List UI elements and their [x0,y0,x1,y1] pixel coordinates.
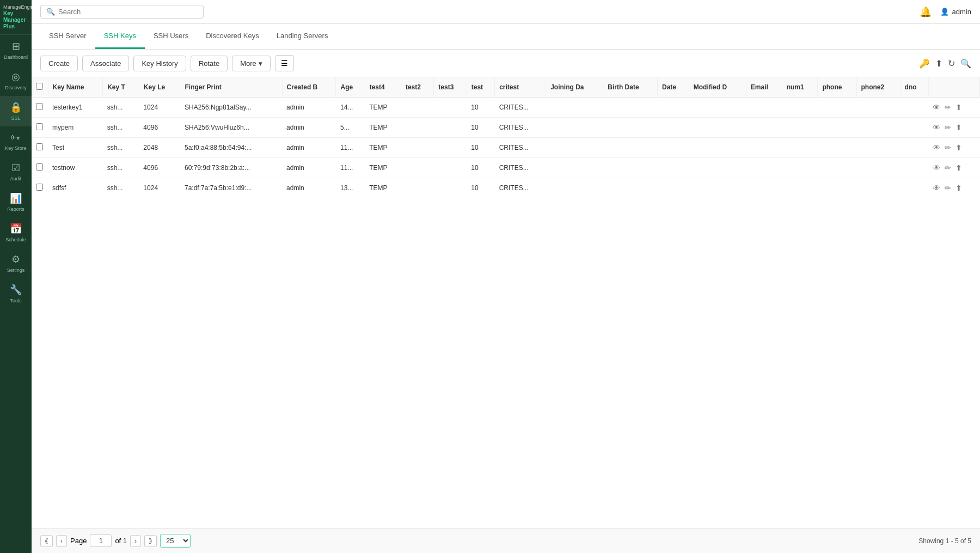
showing-text: Showing 1 - 5 of 5 [918,537,971,545]
col-key-length: Key Le [139,77,180,98]
cell-created-by-3: admin [282,158,336,178]
row-checkbox[interactable] [36,184,43,191]
cell-phone2-1 [856,118,900,138]
cell-fingerprint-1: SHA256:VwuHluz6h... [180,118,282,138]
edit-icon-1[interactable]: ✏ [945,123,951,132]
main-content: 🔍 🔔 👤 admin SSH Server SSH Keys SSH User… [32,0,980,553]
export-row-icon-3[interactable]: ⬆ [955,163,962,172]
key-icon[interactable]: 🔑 [919,58,930,69]
cell-fingerprint-4: 7a:df:7a:7a:5b:e1:d9:... [180,178,282,198]
search-input[interactable] [58,8,198,16]
edit-icon-0[interactable]: ✏ [945,103,951,112]
header-right: 🔔 👤 admin [920,6,971,18]
rotate-button[interactable]: Rotate [191,56,228,71]
prev-page-button[interactable]: ‹ [56,535,67,547]
tab-ssh-server[interactable]: SSH Server [40,24,95,49]
sidebar-item-reports[interactable]: 📊 Reports [0,187,32,217]
cell-fingerprint-0: SHA256:Ngp81alSay... [180,98,282,118]
cell-email-2 [746,138,782,158]
view-icon-4[interactable]: 👁 [933,184,940,192]
view-icon-2[interactable]: 👁 [933,143,940,152]
cell-phone2-2 [856,138,900,158]
cell-critest-2: CRITES... [495,138,546,158]
cell-num1-2 [782,138,818,158]
cell-fingerprint-2: 5a:f0:a4:88:5b:64:94:... [180,138,282,158]
edit-icon-4[interactable]: ✏ [945,184,951,192]
export-row-icon-1[interactable]: ⬆ [955,123,962,132]
sidebar: ManageEngine Key Manager Plus ⊞ Dashboar… [0,0,32,553]
page-number-input[interactable] [90,534,112,547]
more-button[interactable]: More ▾ [232,56,271,71]
row-checkbox[interactable] [36,143,43,150]
cell-email-3 [746,158,782,178]
sidebar-item-dashboard[interactable]: ⊞ Dashboard [0,35,32,65]
export-row-icon-2[interactable]: ⬆ [955,143,962,152]
cell-joining-date-1 [546,118,603,138]
cell-test4-4: TEMP [365,178,401,198]
select-all-checkbox[interactable] [36,83,43,90]
cell-test3-2 [434,138,467,158]
search-bar[interactable]: 🔍 [40,5,204,19]
view-icon-0[interactable]: 👁 [933,103,940,112]
refresh-icon[interactable]: ↻ [948,58,955,69]
page-size-select[interactable]: 25 50 100 [160,534,191,548]
column-search-icon[interactable]: 🔍 [960,58,971,69]
edit-icon-3[interactable]: ✏ [945,163,951,172]
tab-ssh-keys[interactable]: SSH Keys [95,24,145,49]
sidebar-item-ssl[interactable]: 🔒 SSL [0,96,32,126]
grid-view-button[interactable]: ☰ [275,55,294,71]
associate-button[interactable]: Associate [82,56,129,71]
export-row-icon-0[interactable]: ⬆ [955,103,962,112]
first-page-button[interactable]: ⟪ [40,535,53,547]
tab-landing-servers[interactable]: Landing Servers [268,24,337,49]
export-row-icon-4[interactable]: ⬆ [955,184,962,192]
row-checkbox[interactable] [36,103,43,110]
create-button[interactable]: Create [40,56,78,71]
cell-birth-date-0 [603,98,658,118]
cell-created-by-4: admin [282,178,336,198]
next-page-button[interactable]: › [130,535,141,547]
sidebar-item-tools[interactable]: 🔧 Tools [0,278,32,309]
col-modified-date: Modified D [689,77,746,98]
cell-age-4: 13... [336,178,365,198]
edit-icon-2[interactable]: ✏ [945,143,951,152]
cell-modified-date-2 [689,138,746,158]
keys-table: Key Name Key T Key Le Finger Print Creat… [32,77,980,198]
notifications-icon[interactable]: 🔔 [920,6,932,18]
tab-ssh-users[interactable]: SSH Users [145,24,197,49]
table-header-row: Key Name Key T Key Le Finger Print Creat… [32,77,980,98]
dashboard-icon: ⊞ [12,40,20,52]
last-page-button[interactable]: ⟫ [144,535,157,547]
sidebar-item-settings[interactable]: ⚙ Settings [0,248,32,278]
settings-icon: ⚙ [11,253,20,265]
tabs-bar: SSH Server SSH Keys SSH Users Discovered… [32,24,980,50]
view-icon-3[interactable]: 👁 [933,163,940,172]
view-icon-1[interactable]: 👁 [933,123,940,132]
sidebar-item-schedule[interactable]: 📅 Schedule [0,217,32,248]
cell-test2-2 [401,138,433,158]
col-date: Date [658,77,689,98]
cell-birth-date-4 [603,178,658,198]
sidebar-item-discovery[interactable]: ◎ Discovery [0,65,32,96]
cell-key-name-1: mypem [48,118,103,138]
key-history-button[interactable]: Key History [133,56,186,71]
col-num1: num1 [782,77,818,98]
cell-dno-3 [900,158,928,178]
cell-test2-4 [401,178,433,198]
sidebar-item-keystore[interactable]: 🗝 Key Store [0,126,32,156]
cell-modified-date-1 [689,118,746,138]
toolbar: Create Associate Key History Rotate More… [32,50,980,77]
tab-discovered-keys[interactable]: Discovered Keys [197,24,268,49]
sidebar-item-audit[interactable]: ☑ Audit [0,156,32,187]
row-checkbox[interactable] [36,163,43,171]
col-fingerprint: Finger Print [180,77,282,98]
export-icon[interactable]: ⬆ [935,58,942,69]
col-actions [928,77,979,98]
cell-phone-0 [818,98,856,118]
row-checkbox[interactable] [36,123,43,130]
cell-phone2-4 [856,178,900,198]
cell-test-0: 10 [467,98,494,118]
cell-dno-0 [900,98,928,118]
cell-joining-date-3 [546,158,603,178]
user-menu[interactable]: 👤 admin [940,8,971,16]
